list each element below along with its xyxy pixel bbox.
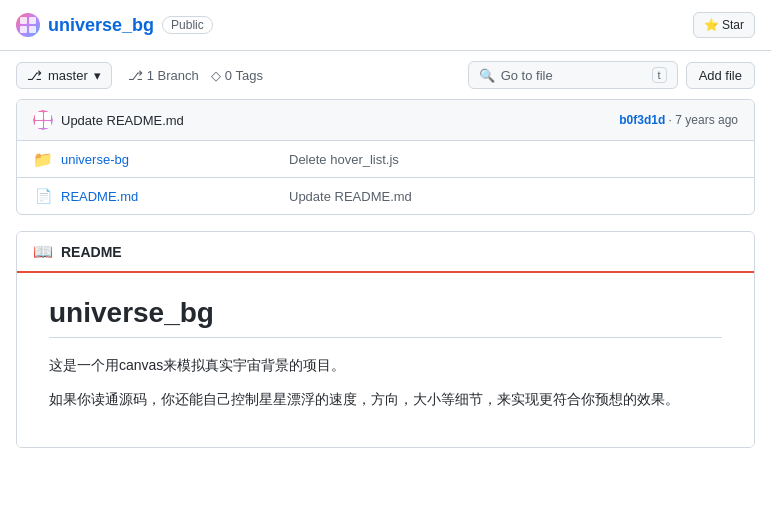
author-avatar <box>33 110 53 130</box>
branch-name: master <box>48 68 88 83</box>
tag-icon: ◇ <box>211 68 221 83</box>
header-actions: ⭐ Star <box>693 12 755 38</box>
readme-header: 📖 README <box>17 232 754 273</box>
commit-header: Update README.md b0f3d1d · 7 years ago <box>17 100 754 141</box>
repo-header: universe_bg Public ⭐ Star <box>0 0 771 51</box>
branch-icon: ⎇ <box>27 68 42 83</box>
readme-h1: universe_bg <box>49 297 722 338</box>
file-table: Update README.md b0f3d1d · 7 years ago 📁… <box>16 99 755 215</box>
search-icon: 🔍 <box>479 68 495 83</box>
file-name-link[interactable]: universe-bg <box>61 152 281 167</box>
tag-count-link[interactable]: ◇ 0 Tags <box>211 68 263 83</box>
readme-title: README <box>61 244 122 260</box>
file-name-link[interactable]: README.md <box>61 189 281 204</box>
commit-time: 7 years ago <box>675 113 738 127</box>
branch-left: ⎇ master ▾ ⎇ 1 Branch ◇ 0 Tags <box>16 62 263 89</box>
table-row: 📁 universe-bg Delete hover_list.js <box>17 141 754 178</box>
branch-right: 🔍 Go to file t Add file <box>468 61 755 89</box>
file-commit-msg: Update README.md <box>281 189 738 204</box>
go-to-file-search[interactable]: 🔍 Go to file t <box>468 61 678 89</box>
branch-fork-icon: ⎇ <box>128 68 143 83</box>
public-badge: Public <box>162 16 213 34</box>
repo-title: universe_bg Public <box>16 13 213 37</box>
readme-paragraph-1: 这是一个用canvas来模拟真实宇宙背景的项目。 <box>49 354 722 376</box>
search-shortcut: t <box>652 67 667 83</box>
chevron-down-icon: ▾ <box>94 68 101 83</box>
commit-hash-time: b0f3d1d · 7 years ago <box>619 113 738 127</box>
repo-name-link[interactable]: universe_bg <box>48 15 154 36</box>
search-placeholder: Go to file <box>501 68 553 83</box>
branch-count: 1 Branch <box>147 68 199 83</box>
commit-author: Update README.md <box>33 110 184 130</box>
commit-message: Update README.md <box>61 113 184 128</box>
tag-count: 0 Tags <box>225 68 263 83</box>
table-row: 📄 README.md Update README.md <box>17 178 754 214</box>
branch-bar: ⎇ master ▾ ⎇ 1 Branch ◇ 0 Tags 🔍 Go to f… <box>0 51 771 99</box>
add-file-button[interactable]: Add file <box>686 62 755 89</box>
readme-content: universe_bg 这是一个用canvas来模拟真实宇宙背景的项目。 如果你… <box>17 273 754 447</box>
repo-avatar <box>16 13 40 37</box>
readme-paragraph-2: 如果你读通源码，你还能自己控制星星漂浮的速度，方向，大小等细节，来实现更符合你预… <box>49 388 722 410</box>
file-doc-icon: 📄 <box>33 186 53 206</box>
readme-section: 📖 README universe_bg 这是一个用canvas来模拟真实宇宙背… <box>16 231 755 448</box>
commit-hash-link[interactable]: b0f3d1d <box>619 113 665 127</box>
branch-selector[interactable]: ⎇ master ▾ <box>16 62 112 89</box>
branch-meta: ⎇ 1 Branch ◇ 0 Tags <box>128 68 263 83</box>
branch-count-link[interactable]: ⎇ 1 Branch <box>128 68 199 83</box>
file-commit-msg: Delete hover_list.js <box>281 152 738 167</box>
folder-icon: 📁 <box>33 149 53 169</box>
star-button[interactable]: ⭐ Star <box>693 12 755 38</box>
book-icon: 📖 <box>33 242 53 261</box>
